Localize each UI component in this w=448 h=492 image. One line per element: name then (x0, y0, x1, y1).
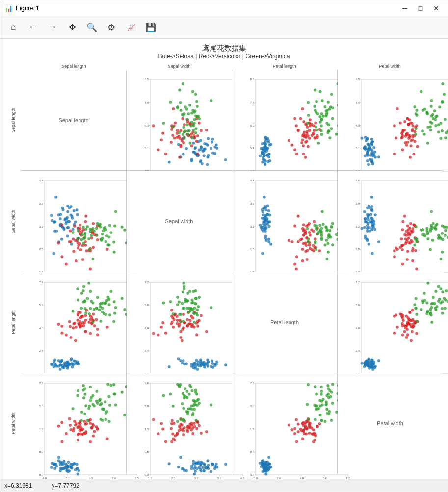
cell-0-3 (338, 70, 443, 170)
cell-2-1 (127, 272, 232, 373)
plot-area: 鸢尾花数据集 Bule->Setosa | Red->Versicolor | … (0, 39, 448, 479)
toolbar: ⌂ ← → ✥ 🔍 ⚙ 📈 💾 (0, 16, 448, 39)
chart-title-main: 鸢尾花数据集 (5, 44, 443, 53)
status-y: y=7.77792 (52, 482, 79, 489)
home-button[interactable]: ⌂ (4, 19, 22, 36)
cell-1-1: Sepal width (127, 171, 232, 271)
cell-0-1 (127, 70, 232, 170)
chart-title-sub: Bule->Setosa | Red->Versicolor | Green->… (5, 53, 443, 60)
window-icon: 📊 (4, 4, 13, 12)
main-window: 📊 Figure 1 ─ □ ✕ ⌂ ← → ✥ 🔍 ⚙ 📈 💾 鸢尾花数据集 … (0, 0, 448, 492)
cell-2-3 (338, 272, 443, 373)
back-button[interactable]: ← (24, 19, 42, 36)
cell-1-2 (232, 171, 337, 271)
row-header-1: Sepal width (11, 210, 16, 233)
status-x: x=6.31981 (4, 482, 32, 489)
col-header-3: Petal width (337, 64, 443, 69)
cell-3-1 (127, 373, 232, 474)
cell-1-0 (21, 171, 126, 271)
col-header-1: Sepal width (127, 64, 232, 69)
plot-button[interactable]: 📈 (122, 19, 140, 36)
col-header-0: Sepal length (21, 64, 127, 69)
cell-3-3: Petal width (338, 373, 443, 474)
cell-2-2: Petal length (232, 272, 337, 373)
window-title: Figure 1 (16, 4, 39, 12)
cell-0-2 (232, 70, 337, 170)
chart-title: 鸢尾花数据集 Bule->Setosa | Red->Versicolor | … (5, 44, 443, 60)
minimize-button[interactable]: ─ (397, 2, 412, 14)
cell-2-0 (21, 272, 126, 373)
row-header-0: Sepal length (11, 108, 16, 132)
maximize-button[interactable]: □ (413, 2, 428, 14)
settings-button[interactable]: ⚙ (103, 19, 120, 36)
cell-3-2 (232, 373, 337, 474)
save-button[interactable]: 💾 (142, 19, 159, 36)
title-bar-left: 📊 Figure 1 (4, 4, 39, 12)
cell-0-0: Sepal length (21, 70, 126, 170)
row-header-2: Petal length (11, 311, 16, 334)
title-bar: 📊 Figure 1 ─ □ ✕ (0, 0, 448, 16)
cell-1-3 (338, 171, 443, 271)
title-bar-controls: ─ □ ✕ (397, 2, 444, 14)
cell-3-0 (21, 373, 126, 474)
col-header-2: Petal length (232, 64, 338, 69)
zoom-button[interactable]: 🔍 (83, 19, 101, 36)
forward-button[interactable]: → (44, 19, 61, 36)
pan-button[interactable]: ✥ (63, 19, 81, 36)
close-button[interactable]: ✕ (429, 2, 444, 14)
row-header-3: Petal width (11, 413, 16, 434)
